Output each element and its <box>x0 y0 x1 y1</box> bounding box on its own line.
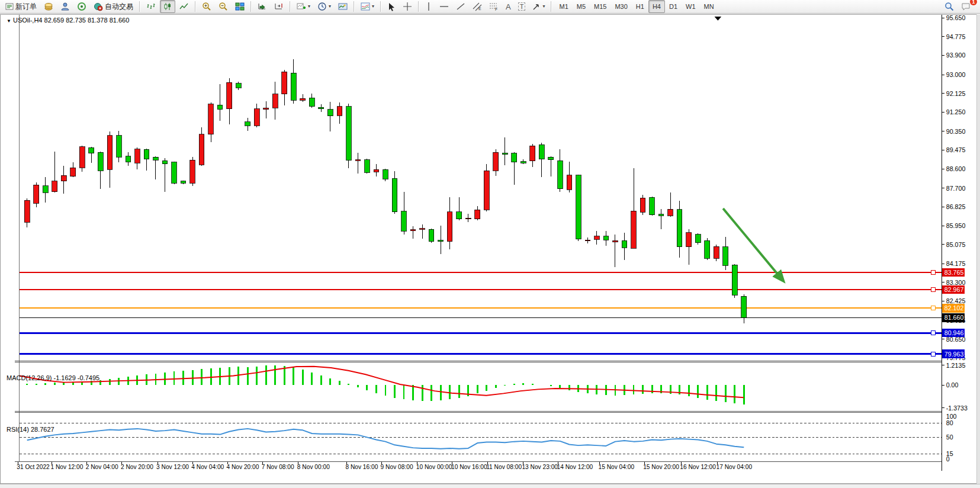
candle <box>181 181 186 183</box>
candle <box>493 152 499 171</box>
candle <box>43 186 48 193</box>
search-button[interactable] <box>942 0 957 13</box>
zoom-out-button[interactable] <box>216 0 231 13</box>
cursor-tool-button[interactable] <box>384 0 399 13</box>
tab-timeframe-mn[interactable]: MN <box>700 0 718 13</box>
trendline-tool-button[interactable] <box>453 0 468 13</box>
line-chart-button[interactable] <box>176 0 192 13</box>
candle <box>520 162 526 163</box>
date-tick-label: 31 Oct 2022 <box>17 464 50 470</box>
price-tick-label: 90.350 <box>946 128 966 135</box>
auto-scroll-icon <box>258 2 267 11</box>
crosshair-tool-button[interactable] <box>400 0 415 13</box>
template-icon <box>338 2 348 11</box>
arrow-shapes-button[interactable]: ▾ <box>529 0 548 13</box>
tab-timeframe-h1[interactable]: H1 <box>632 0 648 13</box>
chart-shift-icon <box>274 2 284 11</box>
candle <box>392 178 397 211</box>
candle <box>585 240 590 240</box>
date-axis: 31 Oct 20221 Nov 12:002 Nov 04:002 Nov 2… <box>17 462 752 470</box>
candle <box>603 236 609 240</box>
candle <box>61 175 66 181</box>
auto-trading-button[interactable]: 自动交易 <box>91 0 136 13</box>
toolbar-separator <box>418 1 419 12</box>
auto-trading-label: 自动交易 <box>105 2 133 12</box>
svg-text:F: F <box>495 7 497 11</box>
candle <box>337 107 342 116</box>
date-tick-label: 2 Nov 20:00 <box>121 464 153 470</box>
text-label-tool-button[interactable]: T <box>515 0 529 13</box>
notifications-button[interactable]: 1 <box>958 0 974 13</box>
candle <box>576 175 581 239</box>
template-button[interactable] <box>335 0 351 13</box>
candle <box>539 145 544 159</box>
text-tool-button[interactable]: A <box>503 0 514 13</box>
tab-timeframe-d1[interactable]: D1 <box>665 0 682 13</box>
tab-timeframe-w1[interactable]: W1 <box>682 0 700 13</box>
mt4-window: 新订单 自动交易 <box>0 0 980 488</box>
candle <box>24 200 30 222</box>
profile-icon <box>60 2 70 11</box>
equidistant-channel-icon: E <box>473 2 482 11</box>
add-indicator-icon <box>297 2 306 11</box>
candlestick-chart-button[interactable] <box>160 0 175 13</box>
line-chart-icon <box>179 2 189 11</box>
bar-chart-button[interactable] <box>143 0 159 13</box>
candle <box>309 98 314 106</box>
candle <box>438 240 444 242</box>
vertical-line-tool-button[interactable] <box>422 0 435 13</box>
macd-tick-label: -1.3733 <box>946 404 968 412</box>
candle <box>346 107 352 160</box>
chart-canvas[interactable]: 95.65094.77593.90093.00092.12591.25090.3… <box>1 15 980 484</box>
candle <box>475 210 480 219</box>
candle <box>705 240 710 258</box>
date-tick-label: 9 Nov 08:00 <box>381 464 413 470</box>
candle <box>650 197 655 214</box>
date-tick-label: 13 Nov 23:00 <box>522 464 558 470</box>
profile-button[interactable] <box>57 0 73 13</box>
deposit-button[interactable] <box>41 0 56 13</box>
candle <box>502 153 507 154</box>
tab-timeframe-m15[interactable]: M15 <box>590 0 611 13</box>
horizontal-line-tool-button[interactable] <box>436 0 452 13</box>
chevron-down-icon: ▾ <box>308 4 310 9</box>
candle <box>374 169 379 172</box>
candle <box>677 210 682 247</box>
tab-timeframe-m5[interactable]: M5 <box>573 0 590 13</box>
signal-icon <box>77 2 86 11</box>
zoom-in-button[interactable] <box>199 0 214 13</box>
line-anchor <box>931 271 935 275</box>
chart-shift-button[interactable] <box>271 0 287 13</box>
rsi-tick-label: 0 <box>946 455 950 463</box>
indicator-list-button[interactable]: ▾ <box>358 0 377 13</box>
candle <box>613 240 618 242</box>
rsi-pane: 1008050150 <box>20 413 956 463</box>
date-tick-label: 4 Nov 04:00 <box>191 464 224 470</box>
chevron-down-icon: ▾ <box>372 4 374 9</box>
candle <box>236 84 241 88</box>
symbol-dropdown-icon[interactable]: ▼ <box>7 18 11 24</box>
candle <box>144 149 149 159</box>
new-order-button[interactable]: 新订单 <box>2 0 40 13</box>
toolbar-separator <box>139 1 140 12</box>
price-tick-label: 82.425 <box>946 297 966 304</box>
price-tick-label: 85.950 <box>946 222 966 229</box>
auto-scroll-button[interactable] <box>255 0 270 13</box>
search-icon <box>944 2 954 11</box>
period-button[interactable]: ▾ <box>314 0 334 13</box>
fibonacci-tool-button[interactable]: F <box>486 0 502 13</box>
toolbar-separator <box>250 1 252 12</box>
tab-timeframe-h4[interactable]: H4 <box>648 0 665 13</box>
price-tick-label: 93.900 <box>946 52 966 59</box>
tab-timeframe-m30[interactable]: M30 <box>611 0 631 13</box>
tile-windows-button[interactable] <box>232 0 248 13</box>
candle <box>558 160 563 188</box>
zoom-out-icon <box>219 2 228 11</box>
candle <box>512 153 517 162</box>
tab-timeframe-m1[interactable]: M1 <box>555 0 572 13</box>
signals-button[interactable] <box>74 0 89 13</box>
candle <box>300 98 306 100</box>
add-indicator-button[interactable]: ▾ <box>294 0 313 13</box>
equidistant-channel-tool-button[interactable]: E <box>470 0 485 13</box>
price-tick-label: 91.250 <box>946 108 966 115</box>
